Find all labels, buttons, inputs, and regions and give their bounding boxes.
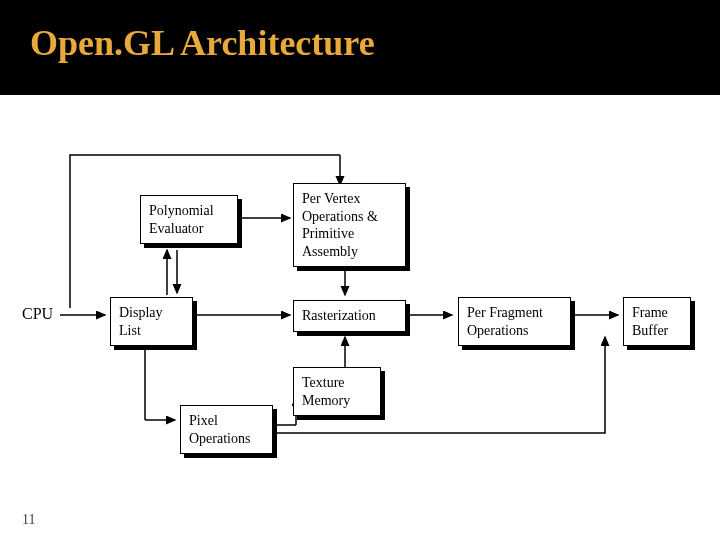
box-display: DisplayList [110, 297, 193, 346]
box-texture-text: TextureMemory [302, 375, 350, 408]
page-number: 11 [22, 512, 35, 528]
box-display-text: DisplayList [119, 305, 163, 338]
box-raster: Rasterization [293, 300, 406, 332]
box-polynomial-text: PolynomialEvaluator [149, 203, 214, 236]
box-pervertex: Per VertexOperations &PrimitiveAssembly [293, 183, 406, 267]
box-frame-text: FrameBuffer [632, 305, 668, 338]
diagram-canvas: CPU PolynomialEvaluator Per VertexOperat… [0, 95, 720, 540]
box-pervertex-text: Per VertexOperations &PrimitiveAssembly [302, 191, 378, 259]
box-pixel: PixelOperations [180, 405, 273, 454]
cpu-label: CPU [22, 305, 53, 323]
box-frame: FrameBuffer [623, 297, 691, 346]
box-texture: TextureMemory [293, 367, 381, 416]
box-perfrag: Per FragmentOperations [458, 297, 571, 346]
page-title: Open.GL Architecture [0, 0, 720, 64]
box-pixel-text: PixelOperations [189, 413, 250, 446]
box-polynomial: PolynomialEvaluator [140, 195, 238, 244]
box-perfrag-text: Per FragmentOperations [467, 305, 543, 338]
box-raster-text: Rasterization [302, 308, 376, 323]
